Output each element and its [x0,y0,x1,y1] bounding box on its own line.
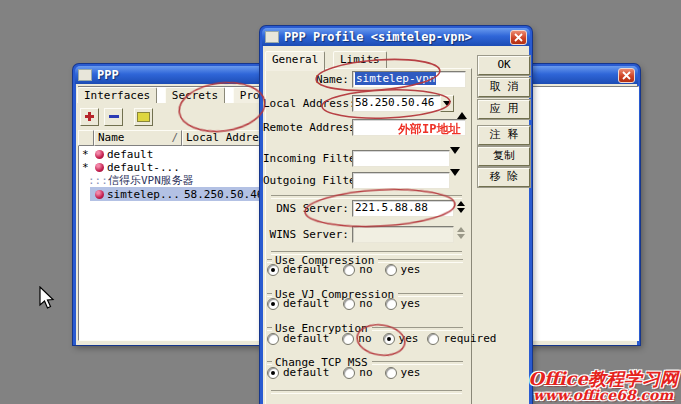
mouse-cursor [38,286,55,311]
local-address-dropdown-button[interactable] [440,95,454,112]
dialog-titlebar[interactable]: PPP Profile <simtelep-vpn> [262,28,530,46]
tab-limits[interactable]: Limits [333,51,387,69]
name-label: Name: [263,73,349,86]
radio-yes[interactable] [385,264,397,276]
remove-profile-button[interactable] [104,108,123,126]
change-tcp-mss-options: default no yes [267,366,420,379]
remove-button[interactable]: 移 除 [478,168,530,187]
profile-icon [95,190,104,199]
tab-general[interactable]: General [265,51,325,71]
arrow-down-icon [457,234,465,239]
ok-button[interactable]: OK [478,56,530,75]
dialog-close-button[interactable] [510,30,527,45]
use-vj-compression-options: default no yes [267,297,420,310]
wins-server-input[interactable] [352,226,454,243]
radio-no[interactable] [342,333,354,345]
note-icon [137,112,150,122]
watermark: Office教程学习网 www.office68.com [528,370,678,402]
profile-icon [95,163,104,172]
outgoing-filter-select[interactable] [352,172,450,189]
separator [271,390,462,394]
window-icon [78,69,92,81]
local-address-collapse-button[interactable] [457,99,467,112]
cancel-button[interactable]: 取 消 [478,78,530,97]
column-flag[interactable] [78,130,94,146]
add-profile-button[interactable] [80,108,99,126]
radio-no[interactable] [343,367,355,379]
plus-icon [85,112,94,121]
incoming-filter-dropdown-button[interactable] [450,154,460,167]
radio-required[interactable] [427,333,439,345]
watermark-site-url: www.office68.com [528,388,678,402]
ppp-profile-dialog: PPP Profile <simtelep-vpn> General Limit… [260,26,532,404]
profile-icon [95,150,104,159]
minus-icon [109,115,119,118]
chevron-down-icon [450,169,460,189]
chevron-down-icon [450,147,460,167]
separator [271,195,462,199]
wins-server-spinner[interactable] [455,227,466,239]
incoming-filter-select[interactable] [352,150,450,167]
close-icon [514,33,523,42]
ppp-window-title: PPP [97,68,119,82]
name-input[interactable]: simtelep-vpn [352,71,466,88]
arrow-down-icon [457,208,465,213]
dialog-body: General Limits Name: simtelep-vpn Local … [263,46,529,404]
close-icon [622,71,631,80]
column-local-address[interactable]: Local Address [182,130,267,146]
radio-yes[interactable] [385,298,397,310]
remote-address-input[interactable] [352,119,466,136]
sort-indicator-icon: / [171,131,178,145]
radio-no[interactable] [343,264,355,276]
radio-default[interactable] [267,367,279,379]
local-address-input[interactable]: 58.250.50.46 [352,95,445,112]
comment-button[interactable] [134,108,153,126]
use-compression-options: default no yes [267,263,420,276]
wins-server-label: WINS Server: [263,228,349,241]
copy-button[interactable]: 复制 [478,147,530,166]
ppp-close-button[interactable] [618,68,635,83]
chevron-down-icon [443,101,451,106]
watermark-site-name: Office教程学习网 [528,370,678,388]
window-icon [265,31,279,43]
arrow-up-icon [457,227,465,232]
comment-button[interactable]: 注 释 [478,126,530,145]
remote-address-label: Remote Address: [263,121,349,134]
outgoing-filter-dropdown-button[interactable] [450,176,460,189]
radio-default[interactable] [267,333,279,345]
apply-button[interactable]: 应 用 [478,100,530,119]
radio-default[interactable] [267,264,279,276]
dialog-title: PPP Profile <simtelep-vpn> [284,30,472,44]
incoming-filter-label: Incoming Filter: [263,152,349,165]
arrow-up-icon [457,201,465,206]
dns-server-input[interactable]: 221.5.88.88 [352,200,454,217]
radio-yes[interactable] [383,333,395,345]
radio-yes[interactable] [385,367,397,379]
local-address-label: Local Address: [263,97,349,110]
dns-server-label: DNS Server: [263,202,349,215]
radio-default[interactable] [267,298,279,310]
arrow-up-icon [457,99,467,119]
use-encryption-options: default no yes required [267,332,496,345]
radio-no[interactable] [343,298,355,310]
dns-server-spinner[interactable] [455,201,466,213]
outgoing-filter-label: Outgoing Filter: [263,174,349,187]
column-name[interactable]: Name / [94,130,182,146]
